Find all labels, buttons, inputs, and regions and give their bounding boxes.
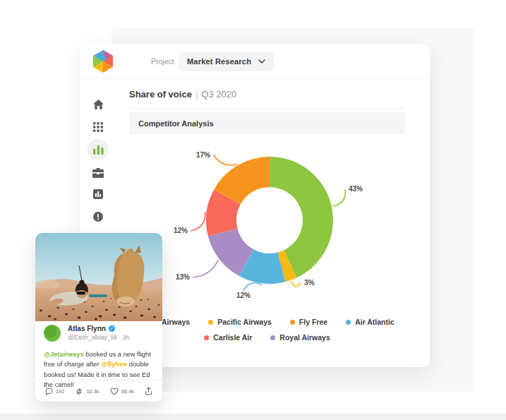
percent-label: 12%	[174, 227, 188, 234]
reply-icon	[45, 388, 53, 395]
legend-label: Fly Free	[299, 318, 327, 326]
legend-label: Pacific Airways	[217, 318, 272, 326]
chevron-down-icon	[258, 59, 265, 64]
retweet-icon	[75, 388, 83, 395]
percent-label: 13%	[176, 273, 190, 281]
retweet-button[interactable]: 10.3k	[75, 388, 99, 395]
retweet-count: 10.3k	[86, 388, 99, 395]
legend-item-air-atlantic[interactable]: Air Atlantic	[346, 318, 394, 326]
legend-label: Royal Airways	[279, 333, 330, 342]
legend-dot-icon	[346, 320, 351, 325]
main-content: Share of voice|Q3 2020 Competitor Analys…	[129, 79, 405, 367]
tweet-actions: 192 10.3k 86.4k	[35, 380, 162, 402]
sidebar-item-home[interactable]	[88, 95, 108, 114]
tweet-author-name[interactable]: Atlas Flynn	[68, 325, 106, 332]
bottom-strip	[0, 414, 506, 420]
label-leader-line	[191, 212, 205, 231]
sidebar-item-briefcase[interactable]	[88, 163, 108, 183]
legend-label: Air Atlantic	[355, 318, 394, 326]
sidebar-item-reports[interactable]	[88, 184, 108, 204]
legend-row: Jet AirwaysPacific AirwaysFly FreeAir At…	[140, 318, 394, 326]
alert-icon	[93, 212, 103, 222]
app-header: Project Market Research	[80, 44, 430, 79]
share-button[interactable]	[145, 387, 152, 395]
percent-label: 17%	[196, 151, 210, 159]
app-logo-icon[interactable]	[91, 49, 115, 73]
mention-link[interactable]: @Jetairways	[44, 351, 84, 358]
label-leader-line	[333, 189, 346, 206]
legend-item-fly-free[interactable]: Fly Free	[290, 318, 327, 326]
label-leader-line	[193, 260, 218, 277]
legend-dot-icon	[290, 320, 295, 325]
tweet-photo	[35, 233, 162, 321]
chart-legend: Jet AirwaysPacific AirwaysFly FreeAir At…	[129, 318, 405, 342]
legend-item-royal-airways[interactable]: Royal Airways	[270, 333, 330, 342]
tweet-header: Atlas Flynn ✓ @Earth_allday_98 · 2h	[44, 325, 129, 342]
label-leader-line	[214, 155, 236, 165]
analytics-bars-icon	[93, 145, 104, 155]
tweet-card[interactable]: Atlas Flynn ✓ @Earth_allday_98 · 2h @Jet…	[35, 233, 162, 402]
report-chart-icon	[93, 189, 103, 199]
legend-item-carlisle-air[interactable]: Carlisle Air	[204, 333, 252, 342]
label-leader-line	[291, 282, 301, 287]
avatar[interactable]	[44, 325, 61, 342]
like-button[interactable]: 86.4k	[110, 388, 134, 395]
label-leader-line	[243, 283, 261, 290]
heart-icon	[110, 388, 119, 395]
reply-count: 192	[56, 388, 65, 395]
legend-dot-icon	[204, 335, 209, 340]
apps-grid-icon	[93, 122, 103, 132]
reply-button[interactable]: 192	[45, 388, 65, 395]
legend-dot-icon	[270, 335, 275, 340]
percent-label: 43%	[349, 185, 363, 193]
sidebar-item-alerts[interactable]	[88, 207, 108, 227]
project-label: Project	[151, 57, 174, 66]
share-of-voice-donut-chart[interactable]: 43%3%12%13%12%17%	[129, 97, 405, 309]
sidebar-item-apps[interactable]	[88, 117, 108, 137]
percent-label: 12%	[236, 292, 251, 299]
legend-label: Carlisle Air	[213, 333, 252, 342]
project-selector[interactable]: Market Research	[179, 52, 274, 71]
share-icon	[145, 387, 152, 395]
sidebar-item-analytics[interactable]	[88, 139, 109, 160]
tweet-handle: @Earth_allday_98 · 2h	[68, 334, 129, 341]
legend-item-pacific-airways[interactable]: Pacific Airways	[208, 318, 272, 326]
mention-link[interactable]: @flyfree	[101, 361, 127, 368]
home-icon	[93, 100, 104, 109]
like-count: 86.4k	[121, 388, 134, 395]
page: Project Market Research	[0, 0, 506, 420]
briefcase-icon	[92, 168, 104, 178]
percent-label: 3%	[304, 279, 315, 287]
verified-badge-icon: ✓	[109, 325, 115, 332]
legend-dot-icon	[208, 320, 213, 325]
legend-row: Carlisle AirRoyal Airways	[204, 333, 330, 342]
project-selector-value: Market Research	[187, 57, 251, 66]
